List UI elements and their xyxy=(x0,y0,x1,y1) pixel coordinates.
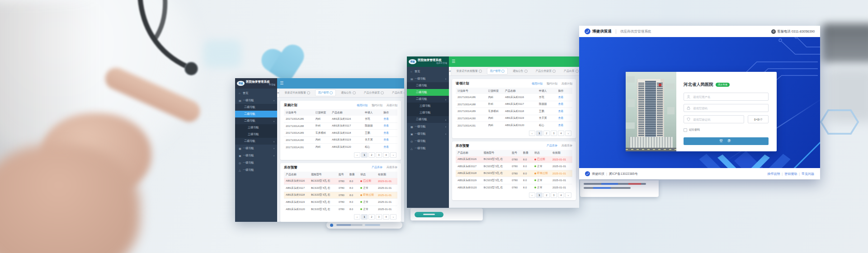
view-link[interactable]: 查看 xyxy=(558,109,571,113)
sidebar-item[interactable]: ▣ 一级导航 ∨ xyxy=(407,130,449,137)
page-button[interactable]: 3 xyxy=(551,192,557,198)
footer-link[interactable]: 密钥驱动 xyxy=(784,172,797,176)
page-button[interactable]: 2 xyxy=(543,192,550,198)
next-page-button[interactable]: › xyxy=(565,131,571,136)
tab[interactable]: 资质证件效期预警 xyxy=(453,68,485,75)
tab[interactable]: 通知公告 xyxy=(509,68,531,75)
sidebar-item[interactable]: ▦ 一级导航 ∨ xyxy=(235,145,277,152)
tab[interactable]: 资质证件效期预警 xyxy=(281,89,313,96)
page-button[interactable]: 1 xyxy=(361,214,368,220)
checkbox-icon[interactable] xyxy=(684,128,687,132)
prev-page-button[interactable]: ‹ xyxy=(354,214,360,220)
sidebar-item[interactable]: 三级导航 xyxy=(407,109,449,116)
footer-link[interactable]: 常见问题 xyxy=(802,172,814,176)
view-link[interactable]: 查看 xyxy=(558,116,571,120)
page-button[interactable]: 3 xyxy=(376,152,382,158)
view-link[interactable]: 查看 xyxy=(558,123,571,127)
page-button[interactable]: 2 xyxy=(368,152,375,158)
sidebar-item[interactable]: 三级导航 xyxy=(235,131,277,138)
next-page-button[interactable]: › xyxy=(390,152,396,158)
tab-close-icon[interactable] xyxy=(330,91,333,94)
sidebar-item[interactable]: 二级导航 xyxy=(235,111,277,117)
stock-type-link[interactable]: 产品库存 xyxy=(372,165,382,169)
stock-type-link[interactable]: 产品库存 xyxy=(547,144,557,148)
tab-close-icon[interactable] xyxy=(552,70,556,73)
next-page-button[interactable]: › xyxy=(565,192,571,198)
plan-type-link[interactable]: 高值计划 xyxy=(561,82,572,86)
plan-type-link[interactable]: 领用计划 xyxy=(357,103,368,108)
sidebar-item[interactable]: 二级导航 xyxy=(235,104,277,111)
sidebar-item[interactable]: △ 一级导航 xyxy=(235,166,277,173)
tab[interactable]: 产品出库 xyxy=(389,89,404,96)
sidebar-item[interactable]: 三级导航 xyxy=(235,124,277,131)
sidebar-item[interactable]: 二级导航 ∨ xyxy=(235,138,277,145)
page-button[interactable]: 2 xyxy=(543,131,550,136)
tab-close-icon[interactable] xyxy=(381,91,384,94)
page-button[interactable]: 4 xyxy=(558,131,564,136)
page-button[interactable]: 3 xyxy=(376,214,382,220)
tab-close-icon[interactable] xyxy=(479,70,482,73)
tab-close-icon[interactable] xyxy=(353,91,356,94)
prev-page-button[interactable]: ‹ xyxy=(354,152,360,158)
prev-page-button[interactable]: ‹ xyxy=(529,192,535,198)
sidebar-item[interactable]: 二级导航 xyxy=(407,82,449,89)
tab-close-icon[interactable] xyxy=(576,70,579,73)
view-link[interactable]: 查看 xyxy=(383,117,396,121)
tab-close-icon[interactable] xyxy=(307,91,310,94)
view-link[interactable]: 查看 xyxy=(558,102,571,106)
remember-me[interactable]: 记住密码 xyxy=(684,128,769,132)
captcha-input[interactable] xyxy=(692,117,741,122)
footer-link[interactable]: 操作说明 xyxy=(767,172,780,176)
page-button[interactable]: 1 xyxy=(361,152,368,158)
tab-close-icon[interactable] xyxy=(501,70,505,73)
sidebar-item[interactable]: ▦ 一级导航 ∨ xyxy=(407,123,449,130)
menu-toggle-icon[interactable]: ☰ xyxy=(452,60,455,64)
view-link[interactable]: 查看 xyxy=(383,124,396,128)
sidebar-item[interactable]: ▤ 一级导航 ∧ xyxy=(407,75,449,82)
sidebar-item[interactable]: 二级导航 ∧ xyxy=(235,117,277,124)
sidebar-item[interactable]: ⌂ 首页 xyxy=(407,68,449,75)
tab[interactable]: 用户管理 xyxy=(487,68,508,75)
tab[interactable]: 用户管理 xyxy=(315,89,336,96)
menu-toggle-icon[interactable]: ☰ xyxy=(280,81,283,85)
tab-close-icon[interactable] xyxy=(404,91,404,94)
view-link[interactable]: 查看 xyxy=(383,138,396,142)
login-button[interactable]: 登 录 xyxy=(684,137,769,145)
sidebar-item[interactable]: ▣ 一级导航 ∨ xyxy=(235,152,277,159)
sidebar-item[interactable]: 二级导航 ∧ xyxy=(407,96,449,103)
sidebar-item[interactable]: ▤ 一级导航 ∧ xyxy=(235,97,277,104)
stock-type-link[interactable]: 高值库存 xyxy=(387,165,397,169)
view-link[interactable]: 查看 xyxy=(558,95,571,99)
stock-type-link[interactable]: 高值库存 xyxy=(561,144,572,148)
page-button[interactable]: 1 xyxy=(536,192,542,198)
username-input[interactable] xyxy=(692,95,765,99)
tab[interactable]: 产品分类设置 xyxy=(361,89,387,96)
plan-type-link[interactable]: 预约计划 xyxy=(372,103,382,108)
plan-type-link[interactable]: 高值计划 xyxy=(387,103,397,108)
page-button[interactable]: 3 xyxy=(551,131,557,136)
sidebar-item[interactable]: △ 一级导航 xyxy=(407,145,449,152)
plan-type-link[interactable]: 领用计划 xyxy=(532,82,542,86)
page-button[interactable]: 4 xyxy=(558,192,564,198)
password-input[interactable] xyxy=(692,106,765,110)
captcha-question[interactable]: 6+8=? xyxy=(748,115,769,123)
tab-close-icon[interactable] xyxy=(524,70,528,73)
sidebar-item[interactable]: ⌂ 首页 xyxy=(235,89,277,97)
sidebar-item[interactable]: 二级导航 xyxy=(407,89,449,96)
page-button[interactable]: 4 xyxy=(383,152,389,158)
view-link[interactable]: 查看 xyxy=(383,145,396,149)
page-button[interactable]: 2 xyxy=(368,214,375,220)
tab[interactable]: 产品出库 xyxy=(561,68,579,75)
next-page-button[interactable]: › xyxy=(390,214,396,220)
page-button[interactable]: 1 xyxy=(536,131,542,136)
plan-type-link[interactable]: 预约计划 xyxy=(547,82,557,86)
page-button[interactable]: 4 xyxy=(383,214,389,220)
sidebar-item[interactable]: 二级导航 ∨ xyxy=(407,116,449,123)
tab[interactable]: 通知公告 xyxy=(338,89,359,96)
prev-page-button[interactable]: ‹ xyxy=(529,131,535,136)
sidebar-item[interactable]: ◎ 一级导航 xyxy=(407,137,449,145)
tab[interactable]: 产品分类设置 xyxy=(533,68,559,75)
sidebar-item[interactable]: 三级导航 xyxy=(407,103,449,109)
sidebar-item[interactable]: ◎ 一级导航 xyxy=(235,159,277,166)
view-link[interactable]: 查看 xyxy=(383,131,396,135)
